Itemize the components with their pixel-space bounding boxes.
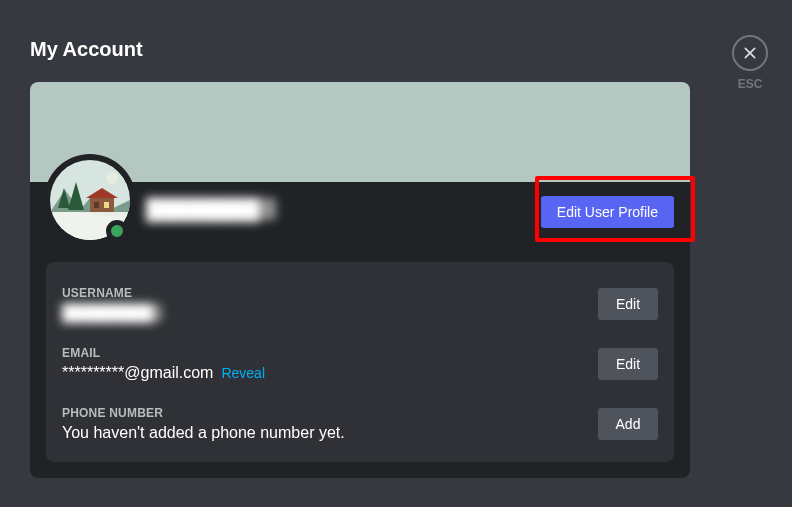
reveal-email-link[interactable]: Reveal: [221, 365, 265, 381]
status-indicator-online: [106, 220, 128, 242]
username-field-row: USERNAME ████████ Edit: [62, 278, 658, 338]
email-field-row: EMAIL **********@gmail.com Reveal Edit: [62, 338, 658, 398]
edit-user-profile-button[interactable]: Edit User Profile: [541, 196, 674, 228]
profile-banner: [30, 82, 690, 182]
email-label: EMAIL: [62, 346, 265, 360]
username-label: USERNAME: [62, 286, 162, 300]
add-phone-button[interactable]: Add: [598, 408, 658, 440]
page-title: My Account: [30, 38, 143, 61]
email-value: **********@gmail.com: [62, 364, 213, 382]
phone-value: You haven't added a phone number yet.: [62, 424, 345, 442]
svg-point-4: [106, 172, 118, 184]
account-card: ████████ Edit User Profile USERNAME ████…: [30, 82, 690, 478]
username-value: ████████: [62, 304, 162, 322]
edit-username-button[interactable]: Edit: [598, 288, 658, 320]
avatar-container[interactable]: [44, 154, 136, 246]
profile-username: ████████: [146, 198, 276, 220]
svg-rect-10: [94, 202, 99, 208]
close-button[interactable]: ESC: [732, 35, 768, 91]
profile-header-row: ████████ Edit User Profile: [30, 182, 690, 254]
close-icon: [732, 35, 768, 71]
svg-rect-8: [90, 198, 114, 212]
account-details-panel: USERNAME ████████ Edit EMAIL **********@…: [46, 262, 674, 462]
svg-rect-11: [104, 202, 109, 208]
phone-field-row: PHONE NUMBER You haven't added a phone n…: [62, 398, 658, 446]
phone-label: PHONE NUMBER: [62, 406, 345, 420]
edit-email-button[interactable]: Edit: [598, 348, 658, 380]
esc-label: ESC: [738, 77, 763, 91]
